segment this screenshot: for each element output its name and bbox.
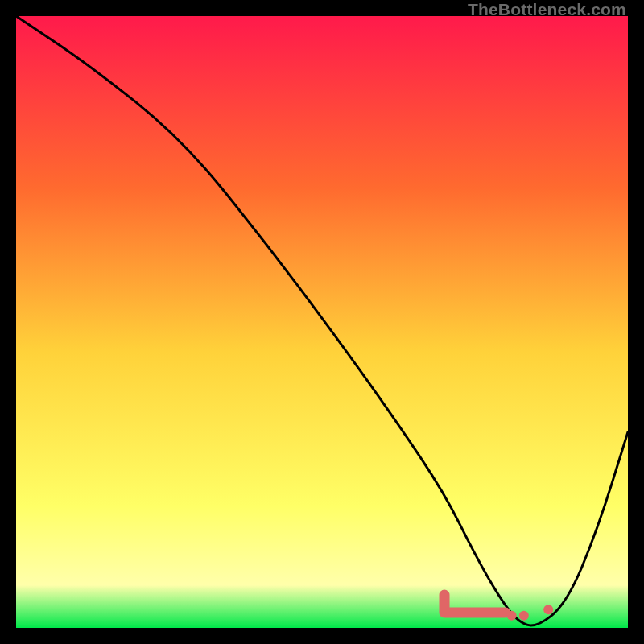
plot-background bbox=[16, 16, 628, 628]
attribution-watermark: TheBottleneck.com bbox=[468, 0, 626, 19]
chart-svg bbox=[16, 16, 628, 628]
marker-dot-2 bbox=[519, 611, 529, 621]
chart-frame bbox=[16, 16, 628, 628]
marker-dot-3 bbox=[543, 605, 553, 614]
marker-dot-1 bbox=[507, 611, 517, 621]
